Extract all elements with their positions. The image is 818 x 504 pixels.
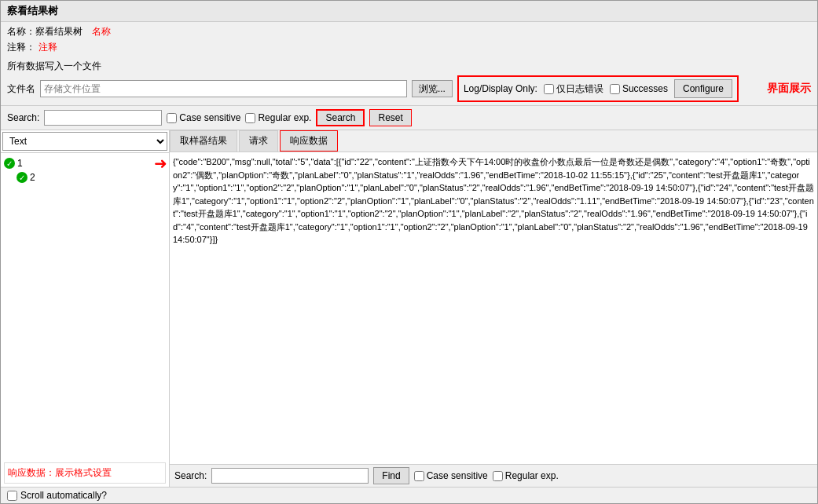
comment-label: 注释： <box>7 41 35 54</box>
tree-item-label-1: 1 <box>17 158 23 169</box>
regular-exp-checkbox[interactable] <box>245 113 255 123</box>
bottom-case-sensitive-label: Case sensitive <box>427 470 488 481</box>
scroll-automatically-checkbox[interactable] <box>7 491 17 501</box>
errors-checkbox-item: 仅日志错误 <box>544 82 603 96</box>
status-icon-2: ✓ <box>17 172 28 183</box>
annotation-box: 响应数据：展示格式设置 <box>4 462 166 484</box>
search-bar: Search: Case sensitive Regular exp. Sear… <box>1 105 817 130</box>
main-window: 察看结果树 名称： 察看结果树 名称 注释： 注释 所有数据写入一个文件 文件名… <box>0 0 818 504</box>
scroll-automatically-label: Scroll automatically? <box>20 490 107 501</box>
regular-exp-item: Regular exp. <box>245 112 311 123</box>
tree-item-2[interactable]: ✓ 2 <box>17 170 166 184</box>
bottom-case-sensitive-item: Case sensitive <box>414 470 488 481</box>
configure-button[interactable]: Configure <box>674 79 732 98</box>
comment-field-label: 注释 <box>39 41 57 54</box>
tab-response-data[interactable]: 响应数据 <box>280 130 338 152</box>
name-section: 名称： 察看结果树 名称 注释： 注释 <box>1 22 817 60</box>
reset-button[interactable]: Reset <box>369 109 411 126</box>
all-data-label: 所有数据写入一个文件 <box>1 60 817 73</box>
tab-sampler-result[interactable]: 取样器结果 <box>170 130 237 152</box>
left-panel: Text HTML JSON XML ✓ 1 ✓ <box>1 130 170 487</box>
interface-label: 界面展示 <box>767 82 811 96</box>
regular-exp-label: Regular exp. <box>258 112 311 123</box>
bottom-search-label: Search: <box>174 470 207 481</box>
filename-label: 文件名 <box>7 82 35 96</box>
name-field-label: 名称 <box>92 25 111 38</box>
search-button[interactable]: Search <box>316 109 365 126</box>
bottom-search-input[interactable] <box>211 468 369 484</box>
title-bar: 察看结果树 <box>1 1 817 22</box>
tab-request[interactable]: 请求 <box>239 130 278 152</box>
response-content: {"code":"B200","msg":null,"total":"5","d… <box>173 157 814 244</box>
name-value: 察看结果树 <box>35 25 83 38</box>
browse-button[interactable]: 浏览... <box>412 80 453 97</box>
footer-row: Scroll automatically? <box>1 487 817 503</box>
main-area: Text HTML JSON XML ✓ 1 ✓ <box>1 130 817 487</box>
search-label: Search: <box>7 112 39 123</box>
filename-input[interactable] <box>40 80 407 97</box>
errors-label: 仅日志错误 <box>556 82 603 96</box>
tree-area: ✓ 1 ✓ 2 <box>1 153 169 459</box>
status-icon-1: ✓ <box>4 158 15 169</box>
case-sensitive-label: Case sensitive <box>179 112 240 123</box>
search-input[interactable] <box>44 110 162 126</box>
tabs-row: 取样器结果 请求 响应数据 <box>170 130 817 152</box>
case-sensitive-item: Case sensitive <box>167 112 240 123</box>
case-sensitive-checkbox[interactable] <box>167 113 177 123</box>
successes-label: Successes <box>622 83 668 94</box>
right-panel: 取样器结果 请求 响应数据 {"code":"B200","msg":null,… <box>170 130 817 487</box>
text-dropdown[interactable]: Text HTML JSON XML <box>2 132 167 151</box>
window-title: 察看结果树 <box>7 5 58 16</box>
bottom-case-sensitive-checkbox[interactable] <box>414 471 424 481</box>
bottom-search-bar: Search: Find Case sensitive Regular exp. <box>170 464 817 487</box>
content-area: {"code":"B200","msg":null,"total":"5","d… <box>170 152 817 464</box>
log-display-label: Log/Display Only: <box>464 83 537 94</box>
annotation-text: 响应数据：展示格式设置 <box>8 467 112 478</box>
errors-checkbox[interactable] <box>544 84 554 94</box>
bottom-regular-exp-checkbox[interactable] <box>493 471 503 481</box>
name-label: 名称： <box>7 25 35 38</box>
log-display-section: Log/Display Only: 仅日志错误 Successes Config… <box>457 75 739 102</box>
find-button[interactable]: Find <box>373 467 409 484</box>
successes-checkbox-item: Successes <box>610 83 668 94</box>
bottom-regular-exp-label: Regular exp. <box>505 470 559 481</box>
text-dropdown-row: Text HTML JSON XML <box>1 130 169 153</box>
bottom-regular-exp-item: Regular exp. <box>493 470 559 481</box>
tree-item-label-2: 2 <box>30 172 35 183</box>
tree-item-1[interactable]: ✓ 1 <box>4 156 166 170</box>
successes-checkbox[interactable] <box>610 84 620 94</box>
